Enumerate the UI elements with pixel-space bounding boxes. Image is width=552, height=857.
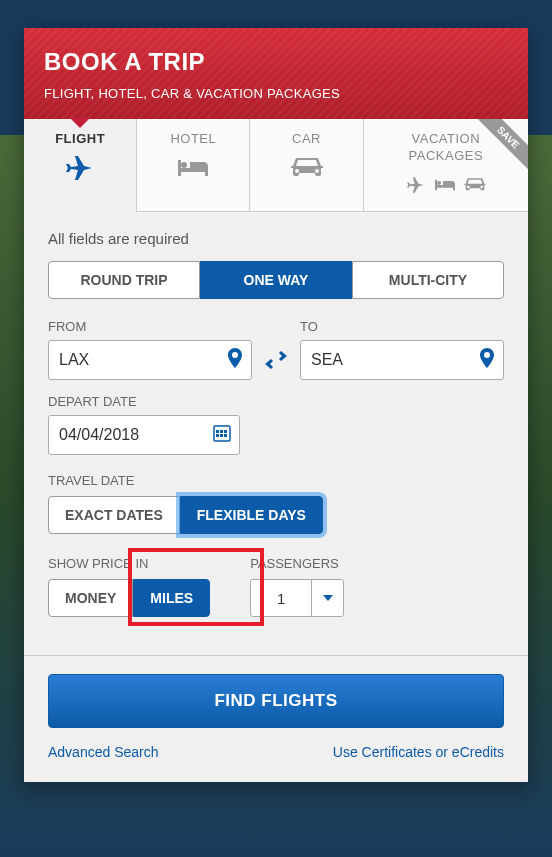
passengers-select[interactable]: 1 (250, 579, 344, 617)
card-title: BOOK A TRIP (44, 48, 508, 76)
svg-rect-3 (224, 430, 227, 433)
from-input-wrap[interactable] (48, 340, 252, 380)
passengers-dropdown[interactable] (311, 580, 343, 616)
trip-type-group: ROUND TRIP ONE WAY MULTI-CITY (48, 261, 504, 299)
find-flights-button[interactable]: FIND FLIGHTS (48, 674, 504, 728)
car-icon (254, 152, 358, 184)
product-tabs: FLIGHT HOTEL CAR VACATION PACKAGES (24, 119, 528, 212)
travel-date-group: EXACT DATES FLEXIBLE DAYS (48, 496, 323, 534)
swap-arrows-icon (264, 350, 288, 370)
travel-date-label: TRAVEL DATE (48, 473, 504, 488)
passengers-value: 1 (251, 580, 311, 616)
advanced-search-link[interactable]: Advanced Search (48, 744, 159, 760)
form-body: All fields are required ROUND TRIP ONE W… (24, 212, 528, 782)
bed-small-icon (433, 177, 457, 193)
travel-date-flexible[interactable]: FLEXIBLE DAYS (180, 496, 323, 534)
active-tab-indicator (70, 118, 90, 128)
location-pin-icon (227, 348, 243, 372)
to-label: TO (300, 319, 504, 334)
to-field: TO (300, 319, 504, 380)
card-subtitle: FLIGHT, HOTEL, CAR & VACATION PACKAGES (44, 86, 508, 101)
divider (24, 655, 528, 656)
to-input[interactable] (311, 351, 493, 369)
tab-car[interactable]: CAR (250, 119, 363, 212)
card-header: BOOK A TRIP FLIGHT, HOTEL, CAR & VACATIO… (24, 28, 528, 119)
tab-flight[interactable]: FLIGHT (24, 119, 137, 212)
trip-type-round[interactable]: ROUND TRIP (48, 261, 200, 299)
trip-type-multi[interactable]: MULTI-CITY (352, 261, 504, 299)
calendar-icon (213, 424, 231, 446)
tab-car-label: CAR (254, 131, 358, 146)
from-field: FROM (48, 319, 252, 380)
save-badge (468, 119, 528, 179)
svg-rect-5 (220, 434, 223, 437)
passengers-section: PASSENGERS 1 (250, 556, 344, 635)
depart-input-wrap[interactable] (48, 415, 240, 455)
price-in-group: MONEY MILES (48, 579, 210, 617)
trip-type-oneway[interactable]: ONE WAY (200, 261, 352, 299)
price-in-section: SHOW PRICE IN MONEY MILES (48, 556, 210, 635)
from-label: FROM (48, 319, 252, 334)
price-in-label: SHOW PRICE IN (48, 556, 210, 571)
bed-icon (141, 152, 245, 184)
chevron-down-icon (323, 595, 333, 601)
tab-hotel[interactable]: HOTEL (137, 119, 250, 212)
to-input-wrap[interactable] (300, 340, 504, 380)
from-input[interactable] (59, 351, 241, 369)
svg-rect-2 (220, 430, 223, 433)
depart-label: DEPART DATE (48, 394, 240, 409)
svg-rect-6 (224, 434, 227, 437)
footer-links: Advanced Search Use Certificates or eCre… (48, 744, 504, 760)
passengers-label: PASSENGERS (250, 556, 344, 571)
plane-small-icon (405, 176, 427, 194)
swap-button[interactable] (262, 340, 290, 380)
car-small-icon (463, 177, 487, 193)
tab-vacation[interactable]: VACATION PACKAGES (364, 119, 528, 212)
depart-input[interactable] (59, 426, 229, 444)
svg-rect-0 (214, 426, 230, 441)
travel-date-exact[interactable]: EXACT DATES (48, 496, 180, 534)
required-text: All fields are required (48, 230, 504, 247)
price-in-miles[interactable]: MILES (133, 579, 210, 617)
depart-field: DEPART DATE (48, 394, 240, 455)
price-in-money[interactable]: MONEY (48, 579, 133, 617)
ecredits-link[interactable]: Use Certificates or eCredits (333, 744, 504, 760)
tab-hotel-label: HOTEL (141, 131, 245, 146)
plane-icon (28, 152, 132, 184)
svg-rect-1 (216, 430, 219, 433)
svg-rect-4 (216, 434, 219, 437)
location-pin-icon (479, 348, 495, 372)
tab-flight-label: FLIGHT (28, 131, 132, 146)
booking-card: BOOK A TRIP FLIGHT, HOTEL, CAR & VACATIO… (24, 28, 528, 782)
